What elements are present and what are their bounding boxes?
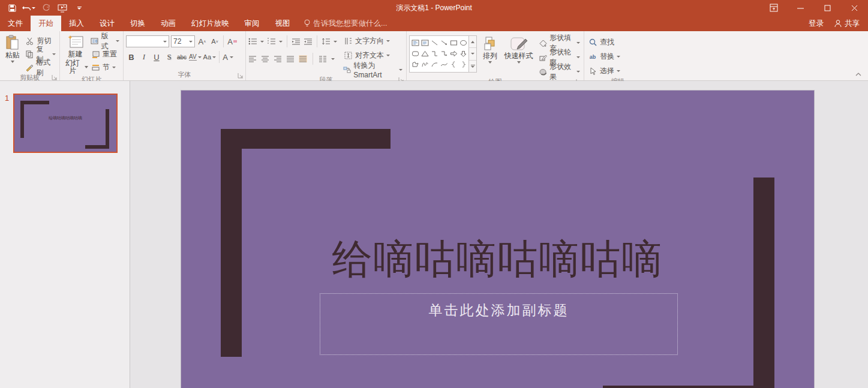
align-text-caret-icon[interactable] xyxy=(386,55,390,56)
maximize-button[interactable] xyxy=(814,0,841,16)
shape-rounded-rectangle-icon[interactable] xyxy=(412,50,419,57)
paste-button[interactable]: 粘贴 xyxy=(2,34,22,63)
columns-caret-icon[interactable] xyxy=(331,58,335,60)
section-button[interactable]: 节 xyxy=(89,62,121,73)
slide-1-thumbnail[interactable]: 给嘀咕嘀咕嘀咕嘀 xyxy=(13,94,118,153)
quick-styles-caret-icon[interactable] xyxy=(517,61,521,64)
slide-corner-bottom-right-h[interactable] xyxy=(603,386,774,388)
shape-right-arrow-icon[interactable] xyxy=(450,50,458,57)
format-painter-button[interactable]: 格式刷 xyxy=(23,62,57,73)
shape-arrow-icon[interactable] xyxy=(440,40,448,46)
increase-indent-icon[interactable] xyxy=(304,38,313,45)
shrink-font-button[interactable]: A˅ xyxy=(209,35,220,47)
redo-button[interactable] xyxy=(38,1,53,14)
minimize-button[interactable] xyxy=(787,0,814,16)
shape-down-arrow-icon[interactable] xyxy=(459,50,467,57)
font-size-combo[interactable]: 72 xyxy=(171,35,195,47)
shape-line-icon[interactable] xyxy=(431,40,438,46)
shape-gallery-scroll-down[interactable] xyxy=(469,47,476,59)
shape-rectangle-icon[interactable] xyxy=(450,40,458,46)
layout-button[interactable]: 版式 xyxy=(89,35,121,47)
character-spacing-button[interactable]: AV xyxy=(189,51,202,63)
numbering-icon[interactable] xyxy=(267,38,276,45)
shape-arc-icon[interactable] xyxy=(431,61,438,68)
replace-button[interactable]: ab 替换 xyxy=(587,51,621,62)
text-direction-caret-icon[interactable] xyxy=(386,40,390,42)
italic-button[interactable]: I xyxy=(139,51,149,63)
shape-triangle-icon[interactable] xyxy=(421,50,429,57)
layout-dropdown-caret-icon[interactable] xyxy=(116,40,119,42)
slide-title-text[interactable]: 给嘀咕嘀咕嘀咕嘀 xyxy=(181,232,814,287)
shape-gallery[interactable] xyxy=(409,35,469,73)
save-button[interactable] xyxy=(5,1,19,14)
subtitle-placeholder[interactable]: 单击此处添加副标题 xyxy=(320,293,678,355)
start-slideshow-button[interactable] xyxy=(55,1,70,14)
shape-curve-icon[interactable] xyxy=(440,61,448,68)
tab-design[interactable]: 设计 xyxy=(92,16,122,31)
align-center-icon[interactable] xyxy=(261,55,269,62)
sign-in-button[interactable]: 登录 xyxy=(809,19,824,29)
collapse-ribbon-button[interactable] xyxy=(855,71,862,78)
tab-file[interactable]: 文件 xyxy=(0,16,31,31)
change-case-button[interactable]: Aa xyxy=(203,51,216,63)
slide-corner-top-left-h[interactable] xyxy=(221,129,391,149)
justify-icon[interactable] xyxy=(286,55,295,62)
slide-thumbnail-panel[interactable]: 1 给嘀咕嘀咕嘀咕嘀 xyxy=(0,81,130,388)
new-slide-button[interactable]: 新建 幻灯片 xyxy=(62,34,88,75)
select-button[interactable]: 选择 xyxy=(587,65,621,77)
undo-button[interactable] xyxy=(22,1,36,14)
shape-gallery-more-button[interactable] xyxy=(469,60,476,72)
strikethrough-button[interactable]: abc xyxy=(176,51,187,63)
font-dialog-launcher[interactable] xyxy=(238,73,244,79)
share-button[interactable]: 共享 xyxy=(834,19,860,29)
font-color-button[interactable]: A xyxy=(223,51,233,63)
shape-fill-caret-icon[interactable] xyxy=(576,42,580,44)
line-spacing-icon[interactable] xyxy=(322,38,331,45)
grow-font-button[interactable]: A˄ xyxy=(197,35,208,47)
align-left-icon[interactable] xyxy=(248,55,257,62)
tab-review[interactable]: 审阅 xyxy=(237,16,268,31)
shape-oval-icon[interactable] xyxy=(459,40,467,46)
convert-smartart-button[interactable]: 转换为 SmartArt xyxy=(342,64,404,76)
shape-right-brace-icon[interactable] xyxy=(459,61,467,68)
clipboard-dialog-launcher[interactable] xyxy=(52,74,58,80)
ribbon-display-options-button[interactable] xyxy=(760,0,787,16)
line-spacing-caret-icon[interactable] xyxy=(334,41,337,43)
section-dropdown-caret-icon[interactable] xyxy=(112,67,116,68)
decrease-indent-icon[interactable] xyxy=(292,38,301,45)
distribute-icon[interactable] xyxy=(299,55,307,62)
numbering-caret-icon[interactable] xyxy=(279,41,283,43)
shape-elbow-arrow-connector-icon[interactable] xyxy=(440,50,448,57)
convert-smartart-caret-icon[interactable] xyxy=(399,69,403,71)
align-text-button[interactable]: 对齐文本 xyxy=(342,50,404,61)
undo-dropdown-caret-icon[interactable] xyxy=(32,7,35,9)
shape-effects-caret-icon[interactable] xyxy=(576,71,580,73)
slide-canvas-area[interactable]: 给嘀咕嘀咕嘀咕嘀 单击此处添加副标题 xyxy=(130,81,868,388)
paste-dropdown-caret-icon[interactable] xyxy=(11,61,14,63)
shape-gallery-scroll-up[interactable] xyxy=(469,36,476,47)
bold-button[interactable]: B xyxy=(126,51,137,63)
tell-me-box[interactable]: 告诉我您想要做什么... xyxy=(298,16,394,31)
text-direction-button[interactable]: 文字方向 xyxy=(342,35,404,47)
bullets-icon[interactable] xyxy=(248,38,257,45)
shape-left-brace-icon[interactable] xyxy=(450,61,458,68)
reset-button[interactable]: 重置 xyxy=(89,49,121,60)
tab-insert[interactable]: 插入 xyxy=(61,16,92,31)
font-name-combo[interactable] xyxy=(126,35,169,47)
arrange-button[interactable]: 排列 xyxy=(480,35,500,64)
slide-1[interactable]: 给嘀咕嘀咕嘀咕嘀 单击此处添加副标题 xyxy=(181,91,814,388)
quick-styles-button[interactable]: 快速样式 xyxy=(503,35,534,64)
shape-gallery-scrollbar[interactable] xyxy=(469,35,477,73)
align-right-icon[interactable] xyxy=(274,55,282,62)
underline-button[interactable]: U xyxy=(151,51,162,63)
bullets-caret-icon[interactable] xyxy=(260,41,264,43)
tab-animations[interactable]: 动画 xyxy=(153,16,184,31)
tab-transitions[interactable]: 切换 xyxy=(122,16,153,31)
close-button[interactable] xyxy=(841,0,868,16)
tab-view[interactable]: 视图 xyxy=(268,16,298,31)
shape-elbow-connector-icon[interactable] xyxy=(431,50,438,57)
new-slide-dropdown-caret-icon[interactable] xyxy=(85,66,88,68)
find-button[interactable]: 查找 xyxy=(587,37,621,48)
shape-textbox-vertical-icon[interactable] xyxy=(421,40,429,46)
customize-qat-button[interactable] xyxy=(72,1,86,14)
